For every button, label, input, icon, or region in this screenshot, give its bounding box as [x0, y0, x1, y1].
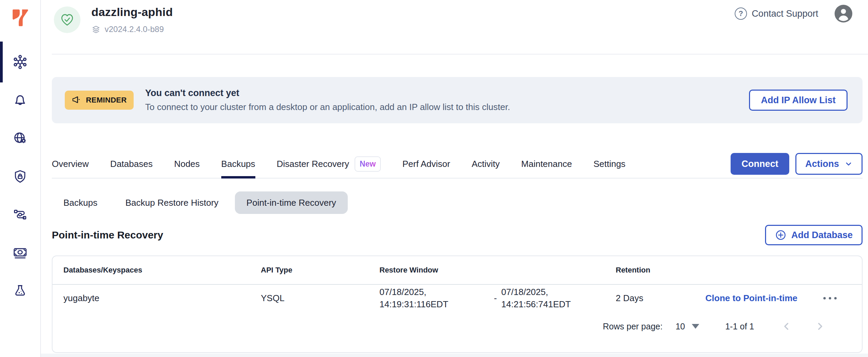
restore-to: 07/18/2025, 14:21:56:741EDT [501, 286, 616, 310]
layers-icon [91, 25, 101, 34]
flow-icon [13, 207, 28, 222]
sidebar-nav [0, 43, 40, 310]
subtab-backup-restore-history[interactable]: Backup Restore History [114, 191, 230, 214]
sidebar [0, 0, 41, 357]
user-avatar[interactable] [835, 5, 852, 22]
subtab-backups[interactable]: Backups [52, 191, 109, 214]
actions-button[interactable]: Actions [795, 153, 863, 175]
tab-nodes[interactable]: Nodes [174, 150, 200, 178]
sidebar-item-integrations[interactable] [0, 196, 40, 234]
money-icon [13, 245, 28, 260]
sidebar-item-clusters[interactable] [0, 43, 40, 81]
globe-gear-icon [13, 131, 28, 146]
megaphone-icon [72, 95, 82, 105]
content: REMINDER You can't connect yet To connec… [52, 77, 863, 353]
flask-icon [13, 283, 28, 298]
main-area: dazzling-aphid v2024.2.4.0-b89 ? Contact… [41, 0, 868, 357]
banner-body: To connect to your cluster from a deskto… [145, 102, 510, 112]
next-page-button[interactable] [814, 321, 826, 332]
rows-per-page-value: 10 [675, 322, 685, 331]
app-window: dazzling-aphid v2024.2.4.0-b89 ? Contact… [0, 0, 868, 357]
topbar-right: ? Contact Support [735, 5, 868, 22]
tab-maintenance[interactable]: Maintenance [521, 150, 572, 178]
column-header-databases: Databases/Keyspaces [63, 266, 261, 275]
subtab-point-in-time-recovery[interactable]: Point-in-time Recovery [235, 191, 348, 214]
sidebar-item-alerts[interactable] [0, 81, 40, 119]
reminder-banner: REMINDER You can't connect yet To connec… [52, 77, 863, 123]
cluster-header: dazzling-aphid v2024.2.4.0-b89 ? Contact… [52, 0, 868, 55]
contact-support-link[interactable]: ? Contact Support [735, 7, 818, 20]
tab-databases[interactable]: Databases [110, 150, 152, 178]
restore-window-separator: - [494, 293, 502, 304]
reminder-badge: REMINDER [65, 91, 134, 110]
previous-page-button[interactable] [781, 321, 792, 332]
tab-activity[interactable]: Activity [472, 150, 499, 178]
tab-buttons: Connect Actions [731, 153, 863, 175]
dropdown-arrow-icon [692, 324, 699, 329]
column-header-retention: Retention [616, 266, 705, 275]
tab-settings[interactable]: Settings [594, 150, 626, 178]
column-header-api-type: API Type [261, 266, 379, 275]
chevron-left-icon [781, 321, 792, 332]
sidebar-item-labs[interactable] [0, 272, 40, 310]
cluster-name: dazzling-aphid [91, 5, 173, 19]
column-header-restore-window: Restore Window [379, 266, 616, 275]
shield-lock-icon [13, 169, 28, 184]
cluster-version: v2024.2.4.0-b89 [105, 25, 164, 34]
restore-from: 07/18/2025, 14:19:31:116EDT [379, 286, 494, 310]
cell-database: yugabyte [63, 293, 261, 304]
rows-per-page-label: Rows per page: [603, 322, 662, 331]
tab-backups[interactable]: Backups [221, 150, 255, 178]
chevron-right-icon [814, 321, 826, 332]
contact-support-label: Contact Support [752, 9, 818, 19]
sidebar-item-network-access[interactable] [0, 119, 40, 157]
help-icon: ? [735, 7, 747, 20]
cluster-health-badge [54, 6, 80, 33]
cell-api-type: YSQL [261, 293, 379, 304]
table-header-row: Databases/Keyspaces API Type Restore Win… [53, 256, 862, 285]
cluster-version-row: v2024.2.4.0-b89 [91, 25, 173, 34]
actions-label: Actions [805, 159, 839, 169]
sidebar-item-security[interactable] [0, 157, 40, 196]
add-database-button[interactable]: Add Database [765, 225, 863, 245]
clusters-icon [13, 55, 28, 69]
backup-subtabs: Backups Backup Restore History Point-in-… [52, 191, 863, 214]
chevron-down-icon [844, 160, 853, 168]
section-head: Point-in-time Recovery Add Database [52, 225, 863, 245]
pagination-range: 1-1 of 1 [725, 322, 754, 331]
bell-icon [13, 93, 28, 108]
banner-text: You can't connect yet To connect to your… [145, 88, 510, 112]
reminder-badge-label: REMINDER [86, 96, 127, 105]
row-menu-button[interactable] [823, 297, 842, 299]
banner-title: You can't connect yet [145, 88, 510, 98]
tab-perf-advisor[interactable]: Perf Advisor [402, 150, 450, 178]
clone-to-point-in-time-link[interactable]: Clone to Point-in-time [705, 293, 823, 304]
cell-retention: 2 Days [616, 293, 705, 304]
page-title: Point-in-time Recovery [52, 229, 163, 241]
yugabyte-logo-icon[interactable] [11, 7, 30, 28]
cell-restore-window: 07/18/2025, 14:19:31:116EDT - 07/18/2025… [379, 286, 616, 310]
pagination: Rows per page: 10 1-1 of 1 [53, 311, 862, 341]
heart-check-icon [60, 12, 75, 27]
pitr-table-card: Databases/Keyspaces API Type Restore Win… [52, 255, 863, 353]
cluster-meta: dazzling-aphid v2024.2.4.0-b89 [91, 5, 173, 34]
add-ip-allow-list-button[interactable]: Add IP Allow List [749, 90, 848, 111]
person-icon [835, 5, 852, 22]
sidebar-item-billing[interactable] [0, 234, 40, 272]
new-badge: New [355, 156, 381, 172]
cluster-tabs: Overview Databases Nodes Backups Disaste… [52, 150, 626, 178]
table-row: yugabyte YSQL 07/18/2025, 14:19:31:116ED… [53, 285, 862, 311]
tab-overview[interactable]: Overview [52, 150, 89, 178]
connect-button[interactable]: Connect [731, 153, 789, 175]
add-database-label: Add Database [791, 230, 853, 240]
cluster-tabs-row: Overview Databases Nodes Backups Disaste… [52, 150, 863, 178]
tab-disaster-recovery[interactable]: Disaster Recovery New [277, 150, 381, 178]
plus-circle-icon [775, 229, 787, 241]
rows-per-page-select[interactable]: 10 [675, 322, 699, 331]
page-bottom-strip [41, 354, 868, 357]
